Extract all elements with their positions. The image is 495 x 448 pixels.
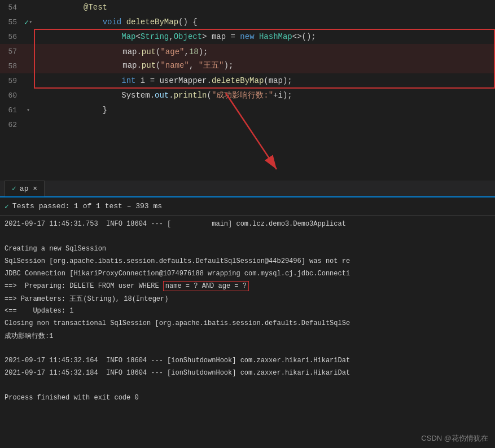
test-pass-icon: ✓ [24, 17, 29, 27]
watermark: CSDN @花伤情犹在 [421, 433, 488, 443]
console-line-exit: Process finished with exit code 0 [0, 392, 495, 404]
console-line-params: ==> Parameters: 王五(String), 18(Integer) [0, 292, 495, 305]
tab-bar: ✓ ap × [0, 181, 495, 196]
line-number-55: 55 [0, 18, 23, 27]
tests-passed-text: Tests passed: 1 of 1 test – 393 ms [12, 202, 162, 210]
console-tab[interactable]: ✓ ap × [5, 181, 45, 196]
watermark-text: CSDN @花伤情犹在 [421, 434, 488, 442]
console-line-1: 2021-09-17 11:45:31.753 INFO 18604 --- [… [0, 218, 495, 230]
line-number-59: 59 [0, 77, 23, 85]
console-line-creating: Creating a new SqlSession [0, 243, 495, 255]
tab-label: ap × [20, 185, 37, 193]
console-line-blank2 [0, 342, 495, 354]
tab-success-icon: ✓ [12, 184, 16, 193]
console-line-preparing: ==> Preparing: DELETE FROM user WHERE na… [0, 280, 495, 292]
fold-icon-61: ▾ [27, 107, 30, 113]
console-line-blank3 [0, 379, 495, 392]
gutter-61: ▾ [23, 107, 34, 113]
editor-section: 54 @Test 55 ✓ ▾ void deleteByMap() { [0, 0, 495, 181]
line-number-62: 62 [0, 121, 23, 129]
line-number-56: 56 [0, 33, 23, 41]
code-line-61: 61 ▾ } [0, 103, 495, 117]
line-number-57: 57 [0, 47, 23, 56]
console-section: ✓ Tests passed: 1 of 1 test – 393 ms 202… [0, 196, 495, 406]
gutter-55: ✓ ▾ [23, 17, 34, 27]
line-number-61: 61 [0, 106, 23, 115]
tests-passed-bar: ✓ Tests passed: 1 of 1 test – 393 ms [0, 197, 495, 216]
main-container: 54 @Test 55 ✓ ▾ void deleteByMap() { [0, 0, 495, 448]
line-number-54: 54 [0, 3, 23, 12]
code-line-62: 62 [0, 117, 495, 132]
console-line-closing: Closing non transactional SqlSession [or… [0, 317, 495, 330]
console-line-blank1 [0, 230, 495, 243]
code-editor[interactable]: 54 @Test 55 ✓ ▾ void deleteByMap() { [0, 0, 495, 181]
line-number-60: 60 [0, 91, 23, 100]
console-line-updates: <== Updates: 1 [0, 305, 495, 317]
console-line-sqlsession: SqlSession [org.apache.ibatis.session.de… [0, 255, 495, 267]
fold-icon: ▾ [29, 19, 32, 25]
console-line-success: 成功影响行数:1 [0, 330, 495, 342]
console-line-jdbc: JDBC Connection [HikariProxyConnection@1… [0, 267, 495, 280]
line-number-58: 58 [0, 62, 23, 71]
console-line-shutdown2: 2021-09-17 11:45:32.184 INFO 18604 --- [… [0, 367, 495, 379]
sql-highlight-box: name = ? AND age = ? [163, 281, 249, 291]
console-line-shutdown1: 2021-09-17 11:45:32.164 INFO 18604 --- [… [0, 354, 495, 367]
tests-pass-icon: ✓ [5, 202, 9, 211]
console-output[interactable]: 2021-09-17 11:45:31.753 INFO 18604 --- [… [0, 216, 495, 406]
